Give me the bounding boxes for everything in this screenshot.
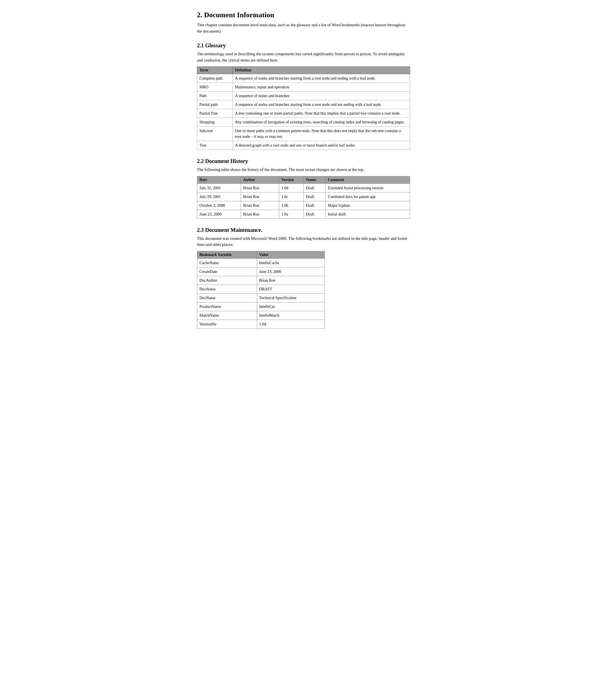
bookmark-value: Technical Specification: [257, 294, 325, 302]
bookmark-value: IntelleMatch: [257, 311, 325, 320]
section-number: 2.: [197, 11, 203, 19]
glossary-row: ShoppingAny combination of navigation of…: [197, 118, 410, 126]
history-version: 1.0c: [279, 192, 304, 201]
glossary-term: MRO: [197, 83, 233, 92]
bookmark-variable: ProductName: [197, 302, 257, 311]
bookmark-row: VersionNo1.0d: [197, 320, 325, 328]
section-2-title: 2. Document Information: [197, 11, 410, 19]
glossary-row: Partial pathA sequence of nodes and bran…: [197, 100, 410, 109]
history-status: Draft: [304, 183, 326, 192]
history-status: Draft: [304, 201, 326, 210]
glossary-definition: One or more paths with a common parent n…: [233, 126, 410, 141]
bookmark-variable: DocAuthor: [197, 276, 257, 285]
glossary-header-definition: Definition: [233, 67, 410, 74]
subsection-2-3-number: 2.3: [197, 227, 204, 233]
bookmark-value: 1.0d: [257, 320, 325, 328]
subsection-2-1-number: 2.1: [197, 42, 204, 48]
bookmark-value: IntelleCat: [257, 302, 325, 311]
bookmark-row: CacheNameIntelleCache: [197, 258, 325, 267]
glossary-definition: A sequence of nodes and branches startin…: [233, 100, 410, 109]
bookmark-row: CreateDateJune 23, 2000: [197, 267, 325, 276]
history-status: Draft: [304, 210, 326, 219]
glossary-header-term: Term: [197, 67, 233, 74]
glossary-definition: A sequence of nodes and branches: [233, 92, 410, 100]
history-comment: Major Update: [326, 201, 410, 210]
glossary-term: Complete path: [197, 74, 233, 83]
history-comment: Extended Assist processing section: [326, 183, 410, 192]
maintenance-intro: This document was created with Microsoft…: [197, 236, 410, 248]
glossary-term: Path: [197, 92, 233, 100]
history-author: Brian Roe: [241, 183, 279, 192]
history-intro: The following table shows the history of…: [197, 166, 410, 173]
glossary-definition: A sequence of nodes and branches startin…: [233, 74, 410, 83]
bookmark-row: MatchNameIntelleMatch: [197, 311, 325, 320]
bookmark-value: Brian Roe: [257, 276, 325, 285]
glossary-term: Partial path: [197, 100, 233, 109]
history-author: Brian Roe: [241, 201, 279, 210]
glossary-term: Partial Tree: [197, 109, 233, 118]
glossary-row: PathA sequence of nodes and branches: [197, 92, 410, 100]
history-date: June 23, 2000: [197, 210, 241, 219]
bookmark-row: DocNameTechnical Specification: [197, 294, 325, 302]
subsection-2-2-title-text: Document History: [205, 158, 248, 164]
glossary-definition: A directed graph with a root node and on…: [233, 141, 410, 150]
bookmark-header-value: Value: [257, 251, 325, 258]
subsection-2-1-title: 2.1 Glossary: [197, 42, 410, 49]
history-date: July 31, 2001: [197, 183, 241, 192]
history-row: July 29, 2001Brian Roe1.0cDraftCombined …: [197, 192, 410, 201]
bookmark-value: June 23, 2000: [257, 267, 325, 276]
bookmark-row: ProductNameIntelleCat: [197, 302, 325, 311]
bookmark-variable: CreateDate: [197, 267, 257, 276]
glossary-row: TreeA directed graph with a root node an…: [197, 141, 410, 150]
subsection-2-3-title-text: Document Maintenance.: [205, 227, 262, 233]
history-version: 1.0a: [279, 210, 304, 219]
glossary-term: Shopping: [197, 118, 233, 126]
history-comment: Combined docs for patent app: [326, 192, 410, 201]
glossary-term: Tree: [197, 141, 233, 150]
history-header-date: Date: [197, 176, 241, 183]
history-date: October 2, 2000: [197, 201, 241, 210]
glossary-term: Sub-tree: [197, 126, 233, 141]
history-header-version: Version: [279, 176, 304, 183]
history-row: June 23, 2000Brian Roe1.0aDraftInitial d…: [197, 210, 410, 219]
subsection-2-1-title-text: Glossary: [205, 42, 226, 48]
history-header-author: Author: [241, 176, 279, 183]
history-version: 1.0b: [279, 201, 304, 210]
history-row: October 2, 2000Brian Roe1.0bDraftMajor U…: [197, 201, 410, 210]
history-header-comment: Comment: [326, 176, 410, 183]
bookmark-variable: DocStatus: [197, 285, 257, 294]
bookmark-table: Bookmark Variable Value CacheNameIntelle…: [197, 251, 325, 329]
glossary-row: MROMaintenance, repair and operation: [197, 83, 410, 92]
subsection-2-3-title: 2.3 Document Maintenance.: [197, 227, 410, 233]
history-status: Draft: [304, 192, 326, 201]
bookmark-variable: MatchName: [197, 311, 257, 320]
glossary-definition: Maintenance, repair and operation: [233, 83, 410, 92]
history-row: July 31, 2001Brian Roe1.0dDraftExtended …: [197, 183, 410, 192]
bookmark-header-variable: Bookmark Variable: [197, 251, 257, 258]
glossary-row: Partial TreeA tree containing one or mor…: [197, 109, 410, 118]
glossary-table: Term Definition Complete pathA sequence …: [197, 66, 410, 150]
history-author: Brian Roe: [241, 192, 279, 201]
history-date: July 29, 2001: [197, 192, 241, 201]
glossary-definition: A tree containing one or more partial pa…: [233, 109, 410, 118]
subsection-2-2-number: 2.2: [197, 158, 204, 164]
glossary-intro: The terminology used in describing the s…: [197, 51, 410, 63]
bookmark-value: DRAFT: [257, 285, 325, 294]
bookmark-value: IntelleCache: [257, 258, 325, 267]
history-header-status: Status: [304, 176, 326, 183]
history-author: Brian Roe: [241, 210, 279, 219]
bookmark-variable: CacheName: [197, 258, 257, 267]
bookmark-row: DocAuthorBrian Roe: [197, 276, 325, 285]
section-intro: This chapter contains document-level met…: [197, 22, 410, 34]
bookmark-variable: VersionNo: [197, 320, 257, 328]
bookmark-variable: DocName: [197, 294, 257, 302]
section-title-text: Document Information: [204, 11, 274, 19]
glossary-row: Sub-treeOne or more paths with a common …: [197, 126, 410, 141]
glossary-row: Complete pathA sequence of nodes and bra…: [197, 74, 410, 83]
glossary-definition: Any combination of navigation of existin…: [233, 118, 410, 126]
subsection-2-2-title: 2.2 Document History: [197, 158, 410, 164]
bookmark-row: DocStatusDRAFT: [197, 285, 325, 294]
history-version: 1.0d: [279, 183, 304, 192]
history-comment: Initial draft: [326, 210, 410, 219]
history-table: Date Author Version Status Comment July …: [197, 176, 410, 219]
